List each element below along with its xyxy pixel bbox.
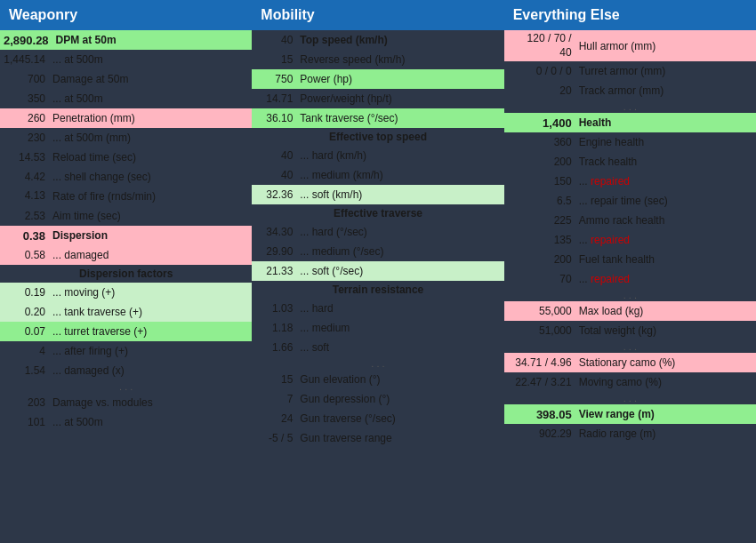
row-label: Radio range (m) (579, 427, 752, 440)
row-value: 24 (255, 412, 300, 425)
row-label: Stationary camo (%) (579, 356, 752, 369)
damaged-label: repaired (591, 175, 630, 188)
table-row: -5 / 5Gun traverse range (252, 428, 503, 448)
section-header: Terrain resistance (252, 281, 503, 299)
row-label: Top speed (km/h) (300, 34, 500, 46)
dots-separator: . . . (504, 289, 756, 301)
table-row: 20Track armor (mm) (504, 81, 756, 100)
row-value: 1.54 (4, 364, 52, 377)
row-label: View range (m) (579, 408, 752, 420)
row-label: Fuel tank health (579, 253, 752, 266)
table-row: 7Gun depression (°) (252, 389, 503, 409)
row-label: ... shell change (sec) (52, 171, 248, 183)
row-label: Total weight (kg) (579, 324, 752, 337)
main-layout: Weaponry 2,890.28DPM at 50m1,445.14... a… (0, 0, 756, 448)
table-row: 0.38Dispersion (0, 226, 252, 245)
everything-else-column: Everything Else 120 / 70 / 40Hull armor … (504, 0, 756, 448)
row-label: Turret armor (mm) (579, 65, 752, 77)
row-label: Track armor (mm) (579, 84, 752, 97)
row-label: Moving camo (%) (579, 376, 752, 388)
row-value: 1,400 (508, 116, 579, 130)
table-row: 0 / 0 / 0Turret armor (mm) (504, 61, 756, 81)
table-row: 230... at 500m (mm) (0, 128, 252, 148)
table-row: 1.03... hard (252, 299, 503, 318)
row-value: 230 (4, 132, 52, 144)
row-value: 902.29 (508, 427, 579, 440)
table-row: 4.42... shell change (sec) (0, 167, 252, 187)
row-label: ... hard (km/h) (300, 149, 500, 162)
table-row: 2.53Aim time (sec) (0, 206, 252, 226)
row-value: -5 / 5 (255, 432, 300, 444)
row-label: Engine health (579, 136, 752, 148)
row-value: 0.58 (4, 249, 52, 261)
row-label: ... at 500m (52, 416, 248, 428)
row-value: 22.47 / 3.21 (508, 376, 579, 388)
table-row: 34.71 / 4.96Stationary camo (%) (504, 353, 756, 372)
row-value: 7 (255, 393, 300, 405)
row-label: ... moving (+) (52, 286, 248, 299)
row-label: ... after firing (+) (52, 345, 248, 357)
row-value: 4.13 (4, 189, 52, 204)
weaponry-header: Weaponry (0, 0, 252, 30)
everything-else-header: Everything Else (504, 0, 756, 30)
row-label: Gun depression (°) (300, 393, 500, 405)
row-value: 6.5 (508, 195, 579, 207)
row-label: Ammo rack health (579, 214, 752, 227)
section-header: Effective traverse (252, 204, 503, 222)
row-value: 150 (508, 175, 579, 188)
table-row: 200Track health (504, 152, 756, 172)
row-value: 101 (4, 416, 52, 428)
row-value: 0.20 (4, 306, 52, 318)
table-row: 70... repaired (504, 269, 756, 289)
table-row: 1.66... soft (252, 338, 503, 357)
row-value: 4 (4, 345, 52, 357)
row-label: ... soft (km/h) (300, 188, 500, 201)
row-label: ... tank traverse (+) (52, 306, 248, 318)
table-row: 2,890.28DPM at 50m (0, 30, 252, 50)
table-row: 1.54... damaged (x) (0, 361, 252, 380)
row-label: ... repaired (579, 273, 752, 285)
table-row: 200Fuel tank health (504, 250, 756, 269)
row-value: 200 (508, 253, 579, 266)
table-row: 29.90... medium (°/sec) (252, 242, 503, 261)
table-row: 36.10Tank traverse (°/sec) (252, 108, 503, 128)
row-label: ... hard (300, 302, 500, 315)
table-row: 1,400Health (504, 113, 756, 132)
row-label: Reverse speed (km/h) (300, 53, 500, 66)
table-row: 34.30... hard (°/sec) (252, 222, 503, 242)
row-label: ... damaged (x) (52, 364, 248, 377)
table-row: 120 / 70 / 40Hull armor (mm) (504, 30, 756, 61)
table-row: 260Penetration (mm) (0, 108, 252, 128)
row-label: ... medium (km/h) (300, 169, 500, 181)
row-label: ... at 500m (mm) (52, 132, 248, 144)
row-value: 36.10 (255, 112, 300, 124)
table-row: 350... at 500m (0, 89, 252, 108)
table-row: 51,000Total weight (kg) (504, 321, 756, 340)
table-row: 55,000Max load (kg) (504, 301, 756, 321)
row-value: 14.53 (4, 151, 52, 164)
table-row: 101... at 500m (0, 412, 252, 432)
row-value: 225 (508, 214, 579, 227)
row-value: 34.30 (255, 226, 300, 238)
row-value: 51,000 (508, 324, 579, 337)
row-value: 360 (508, 136, 579, 148)
table-row: 902.29Radio range (m) (504, 424, 756, 443)
row-value: 14.71 (255, 92, 300, 105)
row-value: 203 (4, 396, 52, 409)
row-value: 0 / 0 / 0 (508, 65, 579, 77)
table-row: 24Gun traverse (°/sec) (252, 409, 503, 428)
table-row: 4... after firing (+) (0, 341, 252, 361)
row-value: 1.18 (255, 322, 300, 334)
row-label: Reload time (sec) (52, 151, 248, 164)
row-label: Damage at 50m (52, 73, 248, 85)
row-label: ... medium (300, 322, 500, 334)
row-label: ... repaired (579, 175, 752, 188)
mobility-rows: 40Top speed (km/h)15Reverse speed (km/h)… (252, 30, 503, 448)
row-value: 40 (255, 34, 300, 46)
row-label: DPM at 50m (56, 34, 249, 46)
row-value: 15 (255, 373, 300, 386)
row-value: 21.33 (255, 265, 300, 277)
row-value: 135 (508, 234, 579, 246)
table-row: 6.5... repair time (sec) (504, 191, 756, 211)
section-header: Dispersion factors (0, 265, 252, 283)
